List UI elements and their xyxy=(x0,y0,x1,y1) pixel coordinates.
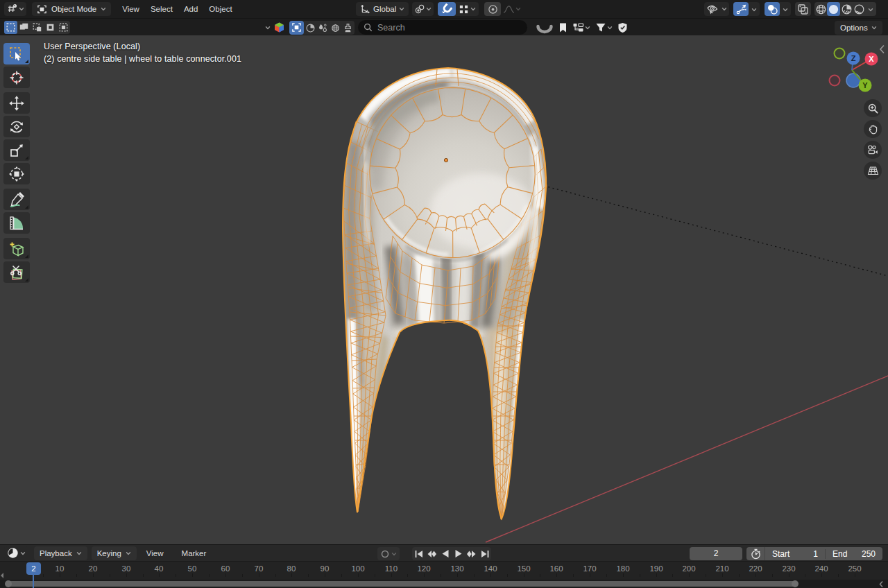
svg-text:Y: Y xyxy=(862,81,868,89)
svg-text:X: X xyxy=(869,55,874,63)
svg-text:Z: Z xyxy=(851,54,856,62)
